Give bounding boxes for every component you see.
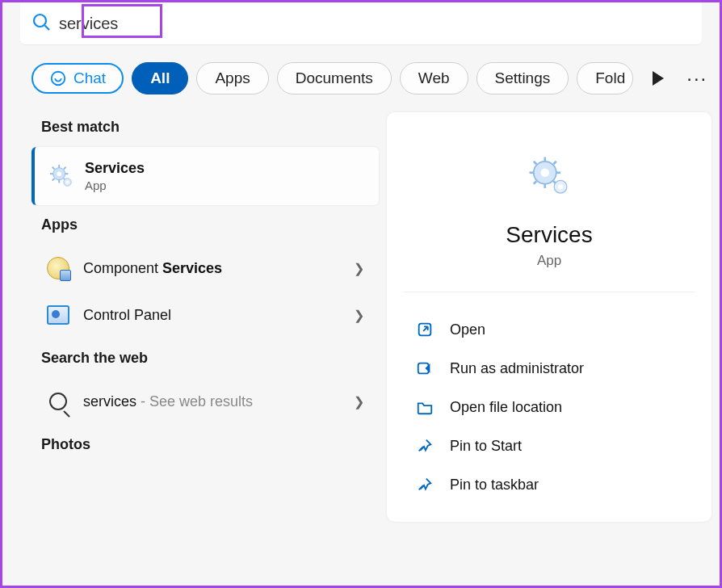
pin-icon [416,437,434,455]
photos-header: Photos [31,425,379,464]
filter-apps[interactable]: Apps [196,62,268,94]
action-run-admin[interactable]: Run as administrator [409,349,689,388]
svg-point-12 [57,171,61,176]
shield-icon [416,359,434,377]
folder-icon [416,398,434,416]
pin-icon [416,476,434,494]
action-pin-start[interactable]: Pin to Start [409,426,689,465]
search-icon [46,389,70,414]
chevron-right-icon: ❯ [354,394,364,410]
action-open-location[interactable]: Open file location [409,388,689,426]
best-match-title: Services [85,160,145,177]
search-input[interactable] [59,15,691,33]
best-match-subtitle: App [85,178,145,192]
scroll-right-icon[interactable] [653,71,664,86]
svg-line-11 [64,167,66,170]
svg-line-10 [52,178,55,181]
filter-chat[interactable]: Chat [31,63,124,94]
filter-chat-label: Chat [73,69,106,87]
details-title: Services [419,222,679,248]
apps-header: Apps [31,205,379,245]
svg-line-1 [45,26,50,31]
svg-point-24 [541,169,550,178]
app-result-label: Component Services [83,260,341,277]
svg-point-0 [34,15,46,27]
filter-documents[interactable]: Documents [277,62,392,94]
action-list: Open Run as administrator Open file loca… [387,292,712,522]
control-panel-icon [46,303,70,327]
filter-web[interactable]: Web [400,62,468,94]
search-bar [20,2,702,44]
chevron-right-icon: ❯ [354,308,364,323]
best-match-result[interactable]: Services App [31,147,379,205]
app-result-control-panel[interactable]: Control Panel ❯ [31,292,379,338]
search-web-header: Search the web [31,338,379,378]
results-column: Best match Services App Apps Component S… [31,107,379,522]
action-pin-taskbar[interactable]: Pin to taskbar [409,465,689,504]
svg-point-2 [52,72,65,86]
component-services-icon [46,256,70,280]
details-header: Services App [403,112,695,292]
filter-row: Chat All Apps Documents Web Settings Fol… [2,44,720,107]
best-match-header: Best match [31,107,379,147]
action-open[interactable]: Open [409,310,689,349]
app-result-label: Control Panel [83,307,341,324]
services-large-icon [527,154,572,200]
open-icon [416,321,434,338]
details-panel: Services App Open Run as administrator O… [387,112,712,522]
svg-line-23 [553,162,556,165]
filter-folders[interactable]: Folders [577,62,633,94]
svg-line-20 [534,162,537,165]
svg-point-26 [558,184,563,189]
svg-point-14 [66,181,69,183]
search-icon [31,12,51,35]
chevron-right-icon: ❯ [354,261,364,276]
web-result[interactable]: services - See web results ❯ [31,378,379,425]
services-icon [49,164,73,188]
svg-line-8 [52,167,55,170]
svg-line-22 [534,181,537,184]
web-result-label: services - See web results [83,393,341,410]
app-result-component-services[interactable]: Component Services ❯ [31,245,379,292]
details-subtitle: App [419,253,679,269]
more-icon[interactable]: ··· [686,67,707,90]
filter-all[interactable]: All [132,62,188,94]
filter-settings[interactable]: Settings [476,62,569,94]
